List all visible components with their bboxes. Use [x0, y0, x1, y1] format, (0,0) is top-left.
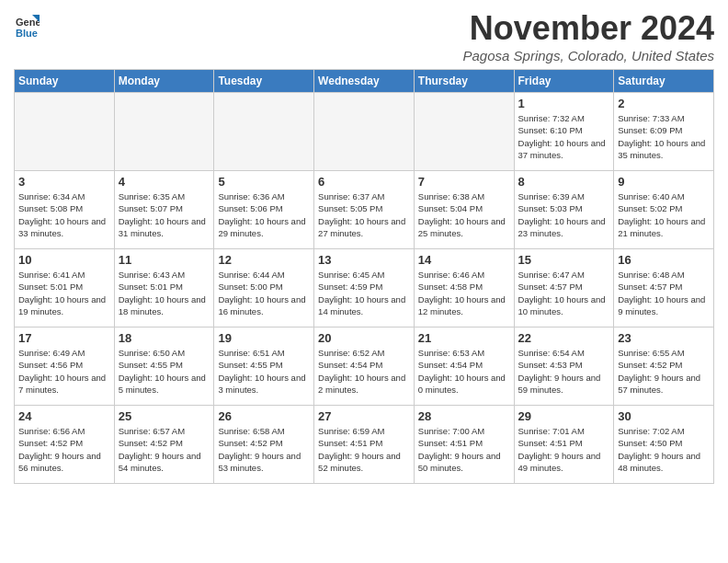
cal-cell-w1-d6: 9Sunrise: 6:40 AM Sunset: 5:02 PM Daylig… [614, 171, 714, 249]
header-wednesday: Wednesday [314, 70, 415, 93]
cell-info-15: Sunrise: 6:47 AM Sunset: 4:57 PM Dayligh… [518, 269, 610, 317]
cal-cell-w1-d1: 4Sunrise: 6:35 AM Sunset: 5:07 PM Daylig… [114, 171, 214, 249]
day-num-14: 14 [418, 253, 510, 267]
cell-info-4: Sunrise: 6:35 AM Sunset: 5:07 PM Dayligh… [119, 190, 210, 239]
cal-cell-w1-d2: 5Sunrise: 6:36 AM Sunset: 5:06 PM Daylig… [214, 171, 314, 249]
cell-info-12: Sunrise: 6:44 AM Sunset: 5:00 PM Dayligh… [218, 269, 310, 317]
day-num-13: 13 [318, 253, 410, 267]
calendar-page: General Blue November 2024 Pagosa Spring… [0, 0, 728, 563]
week-row-0: 1Sunrise: 7:32 AM Sunset: 6:10 PM Daylig… [15, 93, 714, 171]
cal-cell-w4-d6: 30Sunrise: 7:02 AM Sunset: 4:50 PM Dayli… [614, 406, 714, 484]
cal-cell-w4-d5: 29Sunrise: 7:01 AM Sunset: 4:51 PM Dayli… [514, 406, 614, 484]
cal-cell-w2-d4: 14Sunrise: 6:46 AM Sunset: 4:58 PM Dayli… [414, 249, 514, 327]
cal-cell-w2-d3: 13Sunrise: 6:45 AM Sunset: 4:59 PM Dayli… [314, 249, 415, 327]
cell-info-17: Sunrise: 6:49 AM Sunset: 4:56 PM Dayligh… [18, 347, 110, 396]
cal-cell-w2-d5: 15Sunrise: 6:47 AM Sunset: 4:57 PM Dayli… [514, 249, 614, 327]
header-thursday: Thursday [414, 70, 514, 93]
cal-cell-w4-d4: 28Sunrise: 7:00 AM Sunset: 4:51 PM Dayli… [414, 406, 514, 484]
cell-info-18: Sunrise: 6:50 AM Sunset: 4:55 PM Dayligh… [119, 347, 210, 396]
cal-cell-w0-d6: 2Sunrise: 7:33 AM Sunset: 6:09 PM Daylig… [614, 93, 714, 171]
day-num-28: 28 [418, 409, 510, 423]
day-num-8: 8 [518, 175, 610, 189]
week-row-3: 17Sunrise: 6:49 AM Sunset: 4:56 PM Dayli… [15, 327, 714, 406]
cal-cell-w4-d1: 25Sunrise: 6:57 AM Sunset: 4:52 PM Dayli… [114, 406, 214, 484]
cell-info-20: Sunrise: 6:52 AM Sunset: 4:54 PM Dayligh… [318, 347, 410, 396]
cell-info-28: Sunrise: 7:00 AM Sunset: 4:51 PM Dayligh… [418, 425, 510, 474]
day-num-27: 27 [318, 409, 410, 423]
cal-cell-w0-d1 [114, 93, 214, 171]
day-num-4: 4 [119, 175, 210, 189]
cell-info-8: Sunrise: 6:39 AM Sunset: 5:03 PM Dayligh… [518, 190, 610, 239]
header-sunday: Sunday [15, 70, 115, 93]
cal-cell-w3-d1: 18Sunrise: 6:50 AM Sunset: 4:55 PM Dayli… [114, 327, 214, 406]
cell-info-25: Sunrise: 6:57 AM Sunset: 4:52 PM Dayligh… [119, 425, 210, 474]
day-num-10: 10 [18, 253, 110, 267]
cell-info-27: Sunrise: 6:59 AM Sunset: 4:51 PM Dayligh… [318, 425, 410, 474]
day-num-21: 21 [418, 331, 510, 345]
location: Pagosa Springs, Colorado, United States [463, 48, 715, 63]
day-num-23: 23 [618, 331, 710, 345]
day-num-24: 24 [18, 409, 110, 423]
cell-info-10: Sunrise: 6:41 AM Sunset: 5:01 PM Dayligh… [18, 269, 110, 317]
day-num-20: 20 [318, 331, 410, 345]
cal-cell-w1-d0: 3Sunrise: 6:34 AM Sunset: 5:08 PM Daylig… [15, 171, 115, 249]
cell-info-29: Sunrise: 7:01 AM Sunset: 4:51 PM Dayligh… [518, 425, 610, 474]
cal-cell-w0-d3 [314, 93, 415, 171]
header-friday: Friday [514, 70, 614, 93]
cell-info-19: Sunrise: 6:51 AM Sunset: 4:55 PM Dayligh… [218, 347, 310, 396]
cell-info-24: Sunrise: 6:56 AM Sunset: 4:52 PM Dayligh… [18, 425, 110, 474]
day-num-15: 15 [518, 253, 610, 267]
day-num-5: 5 [218, 175, 310, 189]
header-saturday: Saturday [614, 70, 714, 93]
cell-info-26: Sunrise: 6:58 AM Sunset: 4:52 PM Dayligh… [218, 425, 310, 474]
cal-cell-w0-d4 [414, 93, 514, 171]
cell-info-2: Sunrise: 7:33 AM Sunset: 6:09 PM Dayligh… [618, 112, 710, 161]
day-num-3: 3 [18, 175, 110, 189]
week-row-2: 10Sunrise: 6:41 AM Sunset: 5:01 PM Dayli… [15, 249, 714, 327]
day-num-1: 1 [518, 97, 610, 110]
cal-cell-w4-d3: 27Sunrise: 6:59 AM Sunset: 4:51 PM Dayli… [314, 406, 415, 484]
week-row-1: 3Sunrise: 6:34 AM Sunset: 5:08 PM Daylig… [15, 171, 714, 249]
day-num-19: 19 [218, 331, 310, 345]
cal-cell-w2-d6: 16Sunrise: 6:48 AM Sunset: 4:57 PM Dayli… [614, 249, 714, 327]
title-area: November 2024 Pagosa Springs, Colorado, … [463, 9, 715, 63]
cell-info-9: Sunrise: 6:40 AM Sunset: 5:02 PM Dayligh… [618, 190, 710, 239]
cal-cell-w1-d3: 6Sunrise: 6:37 AM Sunset: 5:05 PM Daylig… [314, 171, 415, 249]
cal-cell-w0-d5: 1Sunrise: 7:32 AM Sunset: 6:10 PM Daylig… [514, 93, 614, 171]
cal-cell-w1-d4: 7Sunrise: 6:38 AM Sunset: 5:04 PM Daylig… [414, 171, 514, 249]
cell-info-3: Sunrise: 6:34 AM Sunset: 5:08 PM Dayligh… [18, 190, 110, 239]
day-num-12: 12 [218, 253, 310, 267]
logo-icon: General Blue [14, 13, 40, 39]
weekday-header-row: Sunday Monday Tuesday Wednesday Thursday… [15, 70, 714, 93]
cell-info-7: Sunrise: 6:38 AM Sunset: 5:04 PM Dayligh… [418, 190, 510, 239]
day-num-25: 25 [119, 409, 210, 423]
cal-cell-w3-d3: 20Sunrise: 6:52 AM Sunset: 4:54 PM Dayli… [314, 327, 415, 406]
day-num-30: 30 [618, 409, 710, 423]
week-row-4: 24Sunrise: 6:56 AM Sunset: 4:52 PM Dayli… [15, 406, 714, 484]
day-num-29: 29 [518, 409, 610, 423]
cal-cell-w2-d0: 10Sunrise: 6:41 AM Sunset: 5:01 PM Dayli… [15, 249, 115, 327]
day-num-9: 9 [618, 175, 710, 189]
cell-info-11: Sunrise: 6:43 AM Sunset: 5:01 PM Dayligh… [119, 269, 210, 317]
cal-cell-w3-d0: 17Sunrise: 6:49 AM Sunset: 4:56 PM Dayli… [15, 327, 115, 406]
cell-info-5: Sunrise: 6:36 AM Sunset: 5:06 PM Dayligh… [218, 190, 310, 239]
cal-cell-w3-d6: 23Sunrise: 6:55 AM Sunset: 4:52 PM Dayli… [614, 327, 714, 406]
day-num-26: 26 [218, 409, 310, 423]
cal-cell-w1-d5: 8Sunrise: 6:39 AM Sunset: 5:03 PM Daylig… [514, 171, 614, 249]
cell-info-23: Sunrise: 6:55 AM Sunset: 4:52 PM Dayligh… [618, 347, 710, 396]
cal-cell-w3-d5: 22Sunrise: 6:54 AM Sunset: 4:53 PM Dayli… [514, 327, 614, 406]
cal-cell-w2-d1: 11Sunrise: 6:43 AM Sunset: 5:01 PM Dayli… [114, 249, 214, 327]
cal-cell-w0-d2 [214, 93, 314, 171]
cell-info-14: Sunrise: 6:46 AM Sunset: 4:58 PM Dayligh… [418, 269, 510, 317]
header-monday: Monday [114, 70, 214, 93]
calendar-table: Sunday Monday Tuesday Wednesday Thursday… [14, 69, 714, 484]
cell-info-16: Sunrise: 6:48 AM Sunset: 4:57 PM Dayligh… [618, 269, 710, 317]
cell-info-30: Sunrise: 7:02 AM Sunset: 4:50 PM Dayligh… [618, 425, 710, 474]
cal-cell-w3-d4: 21Sunrise: 6:53 AM Sunset: 4:54 PM Dayli… [414, 327, 514, 406]
cell-info-21: Sunrise: 6:53 AM Sunset: 4:54 PM Dayligh… [418, 347, 510, 396]
day-num-17: 17 [18, 331, 110, 345]
svg-text:Blue: Blue [16, 28, 38, 39]
month-title: November 2024 [463, 9, 715, 48]
cal-cell-w3-d2: 19Sunrise: 6:51 AM Sunset: 4:55 PM Dayli… [214, 327, 314, 406]
day-num-7: 7 [418, 175, 510, 189]
